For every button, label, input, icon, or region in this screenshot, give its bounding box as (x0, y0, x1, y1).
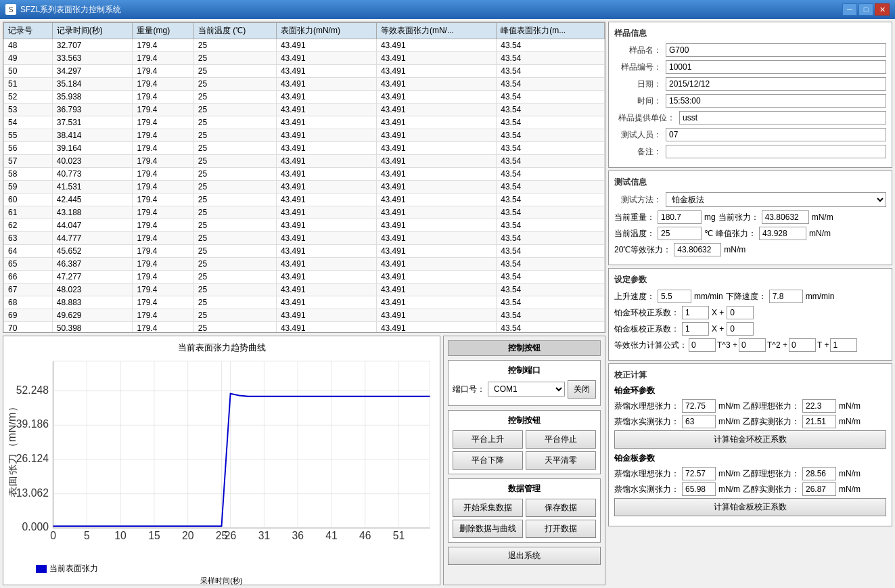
plate-ethanol-actual-input[interactable] (802, 482, 836, 496)
table-cell: 179.4 (133, 181, 193, 194)
plate-coef2-input[interactable] (727, 322, 754, 336)
test-temp-input[interactable] (658, 227, 702, 240)
exit-button[interactable]: 退出系统 (448, 547, 601, 565)
maximize-button[interactable]: □ (858, 3, 873, 16)
ring-water-ideal-input[interactable] (682, 399, 716, 413)
test-tension-unit: mN/m (812, 212, 833, 222)
table-cell: 179.4 (133, 232, 193, 245)
sample-time-input[interactable] (666, 94, 886, 108)
table-row: 5639.164179.42543.49143.49143.54 (4, 142, 605, 155)
table-cell: 43.491 (276, 194, 376, 206)
formula-d-input[interactable] (830, 338, 857, 352)
ring-water-actual-unit: mN/m (718, 417, 740, 426)
plate-water-actual-input[interactable] (682, 482, 716, 496)
sample-supplier-input[interactable] (679, 111, 886, 125)
calc-plate-coef-button[interactable]: 计算铂金板校正系数 (614, 498, 886, 516)
plate-water-ideal-unit: mN/m (718, 469, 740, 478)
table-row: 6848.883179.42543.49143.49143.54 (4, 296, 605, 309)
plate-water-ideal-row: 萘馏水理想张力： mN/m 乙醇理想张力： mN/m (614, 467, 886, 480)
sample-date-input[interactable] (666, 77, 886, 91)
table-cell: 25 (193, 78, 276, 91)
minimize-button[interactable]: ─ (842, 3, 857, 16)
svg-text:15: 15 (148, 528, 160, 541)
table-cell: 66 (4, 271, 53, 284)
control-button-grid: 平台上升 平台停止 平台下降 天平清零 (453, 430, 596, 470)
sample-remark-input[interactable] (666, 145, 886, 158)
start-collect-button[interactable]: 开始采集数据 (453, 499, 523, 517)
plate-coef1-input[interactable] (682, 322, 709, 336)
sample-remark-row: 备注： (614, 145, 886, 158)
ring-params-title: 铂金环参数 (614, 385, 886, 397)
chart-svg: 0.000 13.062 26.124 39.186 52.248 0 5 10… (9, 357, 434, 560)
test-peak-input[interactable] (759, 227, 806, 240)
svg-text:20: 20 (182, 528, 194, 541)
table-cell: 43.491 (376, 206, 496, 219)
test-tension-input[interactable] (762, 210, 809, 224)
ring-ethanol-ideal-label: 乙醇理想张力： (743, 401, 800, 412)
test-weight-input[interactable] (658, 210, 702, 224)
table-row: 6344.777179.42543.49143.49143.54 (4, 232, 605, 245)
sample-code-input[interactable] (666, 60, 886, 74)
calc-ring-coef-button[interactable]: 计算铂金环校正系数 (614, 430, 886, 449)
table-row: 6244.047179.42543.49143.49143.54 (4, 219, 605, 232)
platform-up-button[interactable]: 平台上升 (453, 430, 523, 449)
sample-name-input[interactable] (666, 43, 886, 57)
port-close-button[interactable]: 关闭 (568, 380, 596, 399)
rise-speed-input[interactable] (658, 290, 691, 303)
table-row: 5437.531179.42543.49143.49143.54 (4, 116, 605, 129)
platform-down-button[interactable]: 平台下降 (453, 451, 523, 470)
ring-ethanol-actual-input[interactable] (802, 415, 836, 428)
plate-params-title: 铂金板参数 (614, 453, 886, 464)
test-eq-input[interactable] (674, 243, 721, 256)
formula-op3: T + (817, 340, 829, 350)
table-cell: 43.491 (276, 129, 376, 142)
formula-label: 等效张力计算公式： (614, 340, 687, 351)
close-button[interactable]: ✕ (875, 3, 890, 16)
test-method-select[interactable]: 铂金板法 铂金环法 (666, 192, 886, 207)
table-cell: 43.54 (497, 194, 605, 206)
table-row: 4832.707179.42543.49143.49143.54 (4, 39, 605, 52)
plate-water-ideal-input[interactable] (682, 467, 716, 480)
svg-text:46: 46 (359, 528, 371, 541)
table-cell: 179.4 (133, 52, 193, 65)
table-cell: 61 (4, 206, 53, 219)
table-cell: 53 (4, 104, 53, 116)
table-cell: 43.491 (276, 142, 376, 155)
ring-water-ideal-unit: mN/m (718, 401, 740, 411)
table-cell: 43.491 (376, 142, 496, 155)
data-table-container: 记录号记录时间(秒)重量(mg)当前温度 (℃)表面张力(mN/m)等效表面张力… (3, 22, 605, 333)
svg-text:26: 26 (225, 528, 237, 541)
table-cell: 41.531 (52, 181, 133, 194)
platform-stop-button[interactable]: 平台停止 (526, 430, 596, 449)
sample-operator-label: 测试人员： (614, 129, 662, 141)
sample-remark-label: 备注： (614, 146, 662, 158)
open-data-button[interactable]: 打开数据 (526, 520, 596, 538)
balance-zero-button[interactable]: 天平清零 (526, 451, 596, 470)
ring-coef1-input[interactable] (682, 306, 709, 319)
ring-coef-op: X + (712, 308, 724, 317)
formula-c-input[interactable] (789, 338, 816, 352)
table-cell: 179.4 (133, 65, 193, 78)
table-cell: 43.188 (52, 206, 133, 219)
delete-data-button[interactable]: 删除数据与曲线 (453, 520, 523, 538)
formula-a-input[interactable] (689, 338, 716, 352)
table-scroll[interactable]: 记录号记录时间(秒)重量(mg)当前温度 (℃)表面张力(mN/m)等效表面张力… (3, 22, 605, 333)
table-cell: 44.777 (52, 232, 133, 245)
fall-speed-input[interactable] (769, 290, 803, 303)
test-tension-label: 当前张力： (718, 212, 759, 223)
ring-coef-row: 铂金环校正系数： X + (614, 306, 886, 319)
sample-operator-input[interactable] (666, 128, 886, 141)
ring-coef2-input[interactable] (727, 306, 754, 319)
table-cell: 43.491 (276, 155, 376, 168)
table-cell: 50 (4, 65, 53, 78)
table-cell: 179.4 (133, 129, 193, 142)
plate-ethanol-ideal-input[interactable] (802, 467, 836, 480)
formula-b-input[interactable] (739, 338, 766, 352)
save-data-button[interactable]: 保存数据 (526, 499, 596, 517)
table-cell: 43.491 (276, 284, 376, 296)
ring-ethanol-ideal-input[interactable] (802, 399, 836, 413)
ring-water-actual-input[interactable] (682, 415, 716, 428)
table-cell: 36.793 (52, 104, 133, 116)
port-select[interactable]: COM1 COM2 COM3 COM4 (488, 382, 565, 397)
table-header-cell: 当前温度 (℃) (193, 23, 276, 39)
